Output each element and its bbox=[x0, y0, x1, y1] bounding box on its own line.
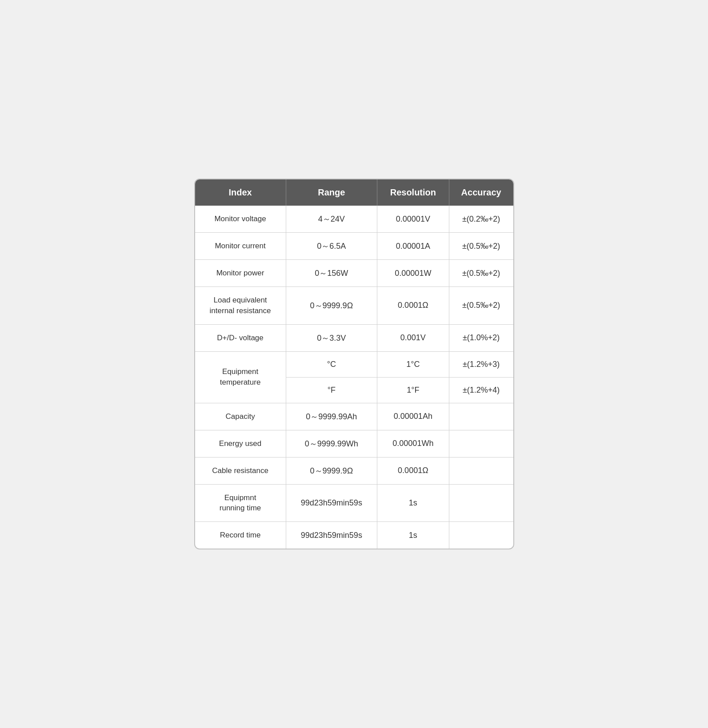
accuracy-cell bbox=[449, 403, 513, 430]
table-row: Monitor power0～156W0.00001W±(0.5‰+2) bbox=[195, 260, 513, 287]
range-cell: 99d23h59min59s bbox=[286, 484, 377, 522]
index-cell: Monitor voltage bbox=[195, 206, 286, 233]
resolution-cell: 0.00001A bbox=[377, 233, 449, 260]
resolution-cell: 1s bbox=[377, 522, 449, 549]
table-row: Energy used0～9999.99Wh0.00001Wh bbox=[195, 430, 513, 457]
table-header-row: Index Range Resolution Accuracy bbox=[195, 179, 513, 206]
accuracy-cell: ±(0.5‰+2) bbox=[449, 287, 513, 325]
index-cell: Equipment temperature bbox=[195, 351, 286, 403]
accuracy-cell: ±(0.2‰+2) bbox=[449, 206, 513, 233]
accuracy-cell bbox=[449, 522, 513, 549]
table-row: Equipmnt running time99d23h59min59s1s bbox=[195, 484, 513, 522]
index-cell: Energy used bbox=[195, 430, 286, 457]
resolution-cell: 0.00001Wh bbox=[377, 430, 449, 457]
spec-table: Index Range Resolution Accuracy Monitor … bbox=[195, 179, 513, 549]
index-cell: Cable resistance bbox=[195, 457, 286, 484]
accuracy-cell bbox=[449, 457, 513, 484]
header-range: Range bbox=[286, 179, 377, 206]
accuracy-cell bbox=[449, 430, 513, 457]
range-cell: 0～6.5A bbox=[286, 233, 377, 260]
accuracy-cell: ±(0.5‰+2) bbox=[449, 233, 513, 260]
resolution-cell: 0.001V bbox=[377, 324, 449, 351]
table-row: Monitor voltage4～24V0.00001V±(0.2‰+2) bbox=[195, 206, 513, 233]
table-row: Record time99d23h59min59s1s bbox=[195, 522, 513, 549]
header-index: Index bbox=[195, 179, 286, 206]
index-cell: Equipmnt running time bbox=[195, 484, 286, 522]
table-row: Load equivalent internal resistance0～999… bbox=[195, 287, 513, 325]
header-accuracy: Accuracy bbox=[449, 179, 513, 206]
range-cell: 99d23h59min59s bbox=[286, 522, 377, 549]
range-cell: 0～9999.9Ω bbox=[286, 287, 377, 325]
accuracy-cell: ±(1.0%+2) bbox=[449, 324, 513, 351]
table-row: D+/D- voltage0～3.3V0.001V±(1.0%+2) bbox=[195, 324, 513, 351]
range-cell: °F bbox=[286, 377, 377, 403]
range-cell: 0～9999.9Ω bbox=[286, 457, 377, 484]
range-cell: 0～3.3V bbox=[286, 324, 377, 351]
resolution-cell: 0.00001W bbox=[377, 260, 449, 287]
table-row: Monitor current0～6.5A0.00001A±(0.5‰+2) bbox=[195, 233, 513, 260]
range-cell: 0～9999.99Ah bbox=[286, 403, 377, 430]
table-row: Cable resistance0～9999.9Ω0.0001Ω bbox=[195, 457, 513, 484]
range-cell: 4～24V bbox=[286, 206, 377, 233]
resolution-cell: 1°C bbox=[377, 351, 449, 377]
table-row: Capacity0～9999.99Ah0.00001Ah bbox=[195, 403, 513, 430]
table-row: Equipment temperature°C1°C±(1.2%+3) bbox=[195, 351, 513, 377]
accuracy-cell: ±(1.2%+3) bbox=[449, 351, 513, 377]
range-cell: °C bbox=[286, 351, 377, 377]
header-resolution: Resolution bbox=[377, 179, 449, 206]
accuracy-cell: ±(0.5‰+2) bbox=[449, 260, 513, 287]
index-cell: Monitor current bbox=[195, 233, 286, 260]
index-cell: D+/D- voltage bbox=[195, 324, 286, 351]
index-cell: Monitor power bbox=[195, 260, 286, 287]
resolution-cell: 0.00001V bbox=[377, 206, 449, 233]
resolution-cell: 0.00001Ah bbox=[377, 403, 449, 430]
resolution-cell: 0.0001Ω bbox=[377, 457, 449, 484]
index-cell: Record time bbox=[195, 522, 286, 549]
accuracy-cell: ±(1.2%+4) bbox=[449, 377, 513, 403]
accuracy-cell bbox=[449, 484, 513, 522]
resolution-cell: 0.0001Ω bbox=[377, 287, 449, 325]
index-cell: Load equivalent internal resistance bbox=[195, 287, 286, 325]
index-cell: Capacity bbox=[195, 403, 286, 430]
resolution-cell: 1s bbox=[377, 484, 449, 522]
resolution-cell: 1°F bbox=[377, 377, 449, 403]
range-cell: 0～9999.99Wh bbox=[286, 430, 377, 457]
range-cell: 0～156W bbox=[286, 260, 377, 287]
spec-table-wrapper: Index Range Resolution Accuracy Monitor … bbox=[194, 179, 514, 549]
